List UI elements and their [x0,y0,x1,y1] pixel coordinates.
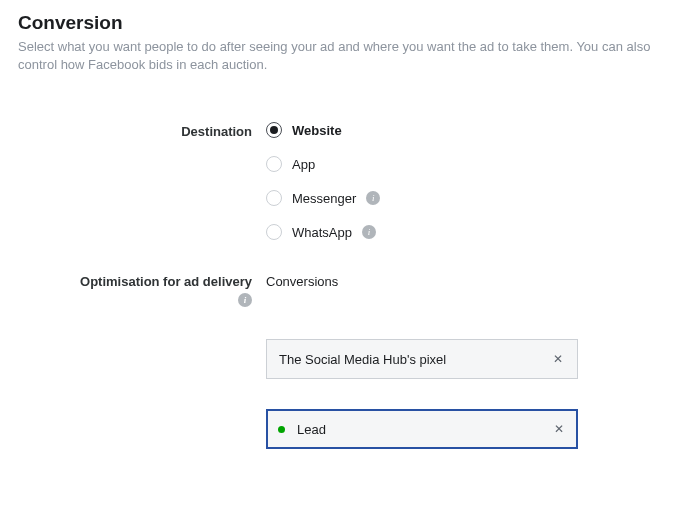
event-input-container[interactable] [266,409,578,449]
destination-radio-group: Website App Messenger WhatsApp [266,122,682,240]
section-description: Select what you want people to do after … [18,38,682,74]
destination-option-messenger[interactable]: Messenger [266,190,682,206]
radio-icon [266,156,282,172]
radio-icon [266,224,282,240]
info-icon[interactable] [238,293,252,307]
pixel-select-value: The Social Media Hub's pixel [279,352,547,367]
status-dot-icon [278,426,285,433]
pixel-event-row: The Social Media Hub's pixel [18,339,682,449]
optimisation-label: Optimisation for ad delivery [80,274,252,289]
radio-label: Website [292,123,342,138]
optimisation-row: Optimisation for ad delivery Conversions [18,272,682,307]
clear-icon[interactable] [547,348,569,370]
pixel-select[interactable]: The Social Media Hub's pixel [266,339,578,379]
optimisation-value: Conversions [266,272,682,289]
radio-icon [266,190,282,206]
destination-option-website[interactable]: Website [266,122,682,138]
info-icon[interactable] [366,191,380,205]
radio-label: Messenger [292,191,356,206]
destination-option-app[interactable]: App [266,156,682,172]
event-input[interactable] [297,422,548,437]
info-icon[interactable] [362,225,376,239]
radio-label: App [292,157,315,172]
clear-icon[interactable] [548,418,570,440]
destination-row: Destination Website App Messenger WhatsA… [18,122,682,240]
section-title: Conversion [18,12,682,34]
optimisation-label-col: Optimisation for ad delivery [18,272,266,307]
destination-label: Destination [18,122,266,139]
radio-label: WhatsApp [292,225,352,240]
radio-icon [266,122,282,138]
destination-option-whatsapp[interactable]: WhatsApp [266,224,682,240]
